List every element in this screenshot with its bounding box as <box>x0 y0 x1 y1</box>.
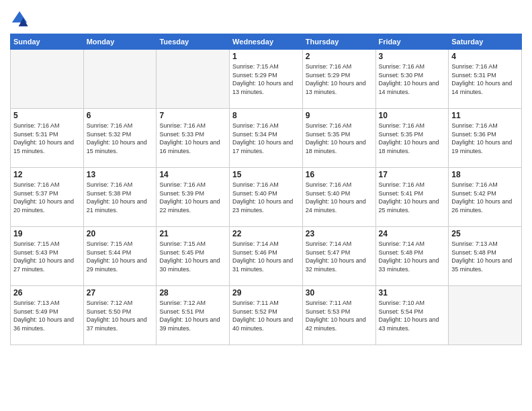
logo-icon <box>10 9 29 28</box>
day-info: Sunrise: 7:13 AM Sunset: 5:48 PM Dayligh… <box>451 240 519 273</box>
day-cell: 31Sunrise: 7:10 AM Sunset: 5:54 PM Dayli… <box>375 286 449 345</box>
day-info: Sunrise: 7:15 AM Sunset: 5:44 PM Dayligh… <box>87 240 154 273</box>
day-cell: 18Sunrise: 7:16 AM Sunset: 5:42 PM Dayli… <box>449 168 522 227</box>
week-row-5: 26Sunrise: 7:13 AM Sunset: 5:49 PM Dayli… <box>11 286 522 345</box>
day-cell: 15Sunrise: 7:16 AM Sunset: 5:40 PM Dayli… <box>230 168 303 227</box>
day-number: 4 <box>451 52 519 61</box>
day-number: 2 <box>306 52 373 61</box>
day-cell: 24Sunrise: 7:14 AM Sunset: 5:48 PM Dayli… <box>375 227 449 286</box>
day-number: 10 <box>379 111 446 120</box>
calendar-table: SundayMondayTuesdayWednesdayThursdayFrid… <box>10 34 522 345</box>
day-cell: 23Sunrise: 7:14 AM Sunset: 5:47 PM Dayli… <box>302 227 375 286</box>
day-number: 23 <box>306 229 373 238</box>
day-cell <box>157 50 230 109</box>
day-number: 18 <box>451 170 519 179</box>
day-number: 8 <box>232 111 300 120</box>
day-number: 22 <box>232 229 300 238</box>
week-row-1: 1Sunrise: 7:15 AM Sunset: 5:29 PM Daylig… <box>11 50 522 109</box>
day-cell: 12Sunrise: 7:16 AM Sunset: 5:37 PM Dayli… <box>11 168 84 227</box>
day-info: Sunrise: 7:16 AM Sunset: 5:39 PM Dayligh… <box>159 181 226 214</box>
day-cell: 8Sunrise: 7:16 AM Sunset: 5:34 PM Daylig… <box>230 109 303 168</box>
day-info: Sunrise: 7:15 AM Sunset: 5:29 PM Dayligh… <box>232 62 300 96</box>
weekday-header-friday: Friday <box>375 34 449 50</box>
day-number: 15 <box>232 170 300 179</box>
day-info: Sunrise: 7:16 AM Sunset: 5:41 PM Dayligh… <box>379 181 446 214</box>
day-number: 21 <box>159 229 226 238</box>
day-info: Sunrise: 7:16 AM Sunset: 5:29 PM Dayligh… <box>306 62 373 96</box>
day-number: 7 <box>159 111 226 120</box>
day-cell: 7Sunrise: 7:16 AM Sunset: 5:33 PM Daylig… <box>157 109 230 168</box>
day-cell: 1Sunrise: 7:15 AM Sunset: 5:29 PM Daylig… <box>230 50 303 109</box>
day-cell: 16Sunrise: 7:16 AM Sunset: 5:40 PM Dayli… <box>302 168 375 227</box>
day-cell: 25Sunrise: 7:13 AM Sunset: 5:48 PM Dayli… <box>449 227 522 286</box>
day-info: Sunrise: 7:16 AM Sunset: 5:40 PM Dayligh… <box>306 181 373 214</box>
weekday-header-monday: Monday <box>83 34 157 50</box>
day-info: Sunrise: 7:11 AM Sunset: 5:52 PM Dayligh… <box>232 299 300 332</box>
day-cell: 3Sunrise: 7:16 AM Sunset: 5:30 PM Daylig… <box>375 50 449 109</box>
day-number: 6 <box>87 111 154 120</box>
day-info: Sunrise: 7:12 AM Sunset: 5:50 PM Dayligh… <box>87 299 154 332</box>
day-cell: 19Sunrise: 7:15 AM Sunset: 5:43 PM Dayli… <box>11 227 84 286</box>
day-info: Sunrise: 7:14 AM Sunset: 5:46 PM Dayligh… <box>232 240 300 273</box>
day-cell: 11Sunrise: 7:16 AM Sunset: 5:36 PM Dayli… <box>449 109 522 168</box>
day-number: 16 <box>306 170 373 179</box>
day-number: 14 <box>159 170 226 179</box>
day-number: 17 <box>379 170 446 179</box>
day-info: Sunrise: 7:14 AM Sunset: 5:48 PM Dayligh… <box>379 240 446 273</box>
day-info: Sunrise: 7:16 AM Sunset: 5:31 PM Dayligh… <box>13 122 81 155</box>
day-number: 20 <box>87 229 154 238</box>
week-row-3: 12Sunrise: 7:16 AM Sunset: 5:37 PM Dayli… <box>11 168 522 227</box>
day-cell: 26Sunrise: 7:13 AM Sunset: 5:49 PM Dayli… <box>11 286 84 345</box>
day-info: Sunrise: 7:16 AM Sunset: 5:42 PM Dayligh… <box>451 181 519 214</box>
day-info: Sunrise: 7:12 AM Sunset: 5:51 PM Dayligh… <box>159 299 226 332</box>
day-number: 27 <box>87 288 154 298</box>
day-info: Sunrise: 7:16 AM Sunset: 5:38 PM Dayligh… <box>87 181 154 214</box>
header <box>10 7 522 28</box>
calendar-container: SundayMondayTuesdayWednesdayThursdayFrid… <box>0 0 532 411</box>
weekday-header-thursday: Thursday <box>302 34 375 50</box>
day-number: 1 <box>232 52 300 61</box>
day-cell: 29Sunrise: 7:11 AM Sunset: 5:52 PM Dayli… <box>230 286 303 345</box>
weekday-header-wednesday: Wednesday <box>230 34 303 50</box>
day-cell <box>449 286 522 345</box>
day-number: 3 <box>379 52 446 61</box>
day-number: 12 <box>13 170 81 179</box>
day-info: Sunrise: 7:15 AM Sunset: 5:43 PM Dayligh… <box>13 240 81 273</box>
day-info: Sunrise: 7:13 AM Sunset: 5:49 PM Dayligh… <box>13 299 81 332</box>
day-number: 13 <box>87 170 154 179</box>
day-cell: 28Sunrise: 7:12 AM Sunset: 5:51 PM Dayli… <box>157 286 230 345</box>
day-number: 30 <box>306 288 373 298</box>
day-cell: 21Sunrise: 7:15 AM Sunset: 5:45 PM Dayli… <box>157 227 230 286</box>
day-info: Sunrise: 7:10 AM Sunset: 5:54 PM Dayligh… <box>379 299 446 332</box>
day-cell: 22Sunrise: 7:14 AM Sunset: 5:46 PM Dayli… <box>230 227 303 286</box>
day-cell: 10Sunrise: 7:16 AM Sunset: 5:35 PM Dayli… <box>375 109 449 168</box>
day-number: 11 <box>451 111 519 120</box>
day-info: Sunrise: 7:16 AM Sunset: 5:37 PM Dayligh… <box>13 181 81 214</box>
day-number: 29 <box>232 288 300 298</box>
logo <box>10 9 32 28</box>
week-row-4: 19Sunrise: 7:15 AM Sunset: 5:43 PM Dayli… <box>11 227 522 286</box>
day-cell: 30Sunrise: 7:11 AM Sunset: 5:53 PM Dayli… <box>302 286 375 345</box>
day-number: 24 <box>379 229 446 238</box>
day-cell: 20Sunrise: 7:15 AM Sunset: 5:44 PM Dayli… <box>83 227 157 286</box>
day-info: Sunrise: 7:14 AM Sunset: 5:47 PM Dayligh… <box>306 240 373 273</box>
day-number: 25 <box>451 229 519 238</box>
day-number: 5 <box>13 111 81 120</box>
day-info: Sunrise: 7:11 AM Sunset: 5:53 PM Dayligh… <box>306 299 373 332</box>
weekday-header-row: SundayMondayTuesdayWednesdayThursdayFrid… <box>11 34 522 50</box>
day-info: Sunrise: 7:16 AM Sunset: 5:35 PM Dayligh… <box>379 122 446 155</box>
weekday-header-tuesday: Tuesday <box>157 34 230 50</box>
day-number: 31 <box>379 288 446 298</box>
day-info: Sunrise: 7:16 AM Sunset: 5:31 PM Dayligh… <box>451 62 519 96</box>
day-cell: 2Sunrise: 7:16 AM Sunset: 5:29 PM Daylig… <box>302 50 375 109</box>
day-info: Sunrise: 7:16 AM Sunset: 5:30 PM Dayligh… <box>379 62 446 96</box>
weekday-header-sunday: Sunday <box>11 34 84 50</box>
day-number: 19 <box>13 229 81 238</box>
day-cell: 9Sunrise: 7:16 AM Sunset: 5:35 PM Daylig… <box>302 109 375 168</box>
day-info: Sunrise: 7:16 AM Sunset: 5:34 PM Dayligh… <box>232 122 300 155</box>
day-cell <box>11 50 84 109</box>
day-cell: 27Sunrise: 7:12 AM Sunset: 5:50 PM Dayli… <box>83 286 157 345</box>
week-row-2: 5Sunrise: 7:16 AM Sunset: 5:31 PM Daylig… <box>11 109 522 168</box>
day-cell: 6Sunrise: 7:16 AM Sunset: 5:32 PM Daylig… <box>83 109 157 168</box>
day-info: Sunrise: 7:16 AM Sunset: 5:35 PM Dayligh… <box>306 122 373 155</box>
